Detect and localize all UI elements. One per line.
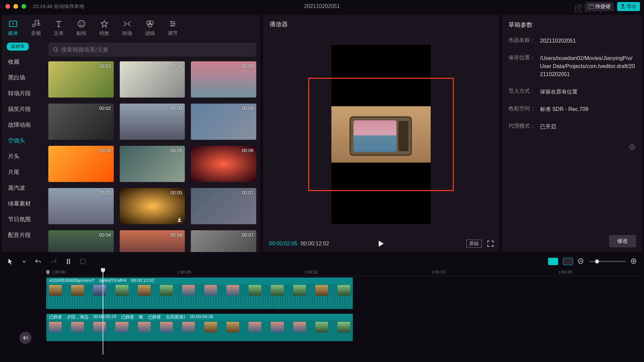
ruler-tick: | 00:00: [52, 269, 66, 275]
crop-tool-icon: [78, 257, 87, 266]
sidebar-item[interactable]: 蒸汽波: [4, 180, 42, 196]
split-tool-icon[interactable]: [64, 257, 72, 266]
library-sidebar: 素材库 收藏黑白场转场片段搞笑片段故障动画空镜头片头片尾蒸汽波绿幕素材节日氛围配…: [2, 40, 44, 252]
undo-icon[interactable]: [34, 257, 43, 266]
export-button[interactable]: 导出: [617, 2, 640, 11]
tab-adjust[interactable]: 调节: [164, 18, 181, 38]
zoom-slider[interactable]: [589, 261, 626, 262]
sidebar-item[interactable]: 片尾: [4, 164, 42, 180]
clip-frame: [204, 322, 217, 333]
library-thumbnail[interactable]: 00:02: [48, 104, 114, 140]
clip-frame: [93, 322, 106, 333]
library-thumbnail[interactable]: 00:04: [120, 230, 185, 252]
fullscreen-icon[interactable]: [487, 240, 494, 247]
media-icon: [8, 19, 18, 28]
library-thumbnail[interactable]: 00:06: [191, 104, 256, 140]
filter-icon: [145, 19, 155, 28]
preview-frame: [331, 106, 431, 163]
proxy-settings-icon[interactable]: [629, 144, 635, 150]
library-thumbnail[interactable]: 00:06: [191, 146, 256, 182]
redo-icon: [49, 257, 58, 266]
library-thumbnail[interactable]: 00:03: [48, 188, 114, 224]
library-thumbnail[interactable]: 00:05: [120, 146, 185, 182]
sidebar-item[interactable]: 转场片段: [4, 85, 42, 101]
search-icon: [53, 47, 58, 52]
playhead[interactable]: [103, 269, 103, 355]
time-ruler[interactable]: | 00:00| 00:05| 00:10| 00:15| 00:20: [46, 269, 641, 276]
sidebar-item[interactable]: 片头: [4, 148, 42, 164]
sidebar-item[interactable]: 黑白场: [4, 70, 42, 85]
sidebar-item[interactable]: 搞笑片段: [4, 101, 42, 117]
library-thumbnail[interactable]: 00:04: [48, 230, 114, 252]
sidebar-item[interactable]: 故障动画: [4, 117, 42, 133]
library-thumbnail[interactable]: 00:04: [120, 61, 185, 98]
library-thumbnail[interactable]: 00:05: [120, 188, 185, 224]
library-thumbnail[interactable]: 00:07: [191, 230, 256, 252]
video-clip-1[interactable]: v0200f530000bpnIsmI7pp9tof70.MP400:00:12…: [46, 278, 353, 309]
clip-duration: 00:07: [242, 232, 254, 238]
mute-track-button[interactable]: [19, 332, 32, 344]
clip-label: pp9tof70.MP4: [99, 278, 126, 284]
zoom-out-icon[interactable]: [578, 258, 584, 265]
clip-frame: [138, 285, 151, 296]
tab-fx[interactable]: 特效: [96, 18, 113, 38]
library-thumbnail[interactable]: 00:08: [48, 146, 114, 182]
aspect-ratio-button[interactable]: 原始: [466, 240, 482, 248]
search-input[interactable]: 搜索视频场景/元素: [48, 43, 256, 57]
autosave-status: 23:15:49 自动保存本地: [33, 3, 84, 10]
shortcuts-button[interactable]: 快捷键: [585, 2, 614, 11]
draft-value: 保留在原有位置: [540, 88, 578, 96]
clip-label: 银: [139, 314, 143, 320]
sidebar-item[interactable]: 节日氛围: [4, 212, 42, 227]
modify-button[interactable]: 修改: [609, 235, 636, 247]
tab-audio[interactable]: 音频: [28, 18, 44, 38]
library-thumbnail[interactable]: 00:05: [191, 61, 256, 98]
maximize-window-icon[interactable]: [21, 4, 26, 9]
window-controls: [5, 4, 26, 9]
clip-frame: [271, 285, 283, 296]
library-thumbnail[interactable]: 00:07: [191, 188, 256, 224]
play-button[interactable]: [378, 240, 384, 247]
clip-duration: 00:03: [99, 63, 111, 69]
svg-point-15: [171, 25, 173, 27]
sidebar-item[interactable]: 收藏: [4, 54, 42, 70]
minimize-window-icon[interactable]: [13, 4, 18, 9]
draft-row: 导入方式：保留在原有位置: [508, 88, 635, 96]
tab-media[interactable]: 媒体: [5, 18, 21, 38]
clip-duration: 00:07: [242, 190, 254, 195]
sidebar-item[interactable]: 配音片段: [4, 227, 42, 243]
svg-rect-2: [591, 5, 592, 6]
clip-duration: 00:06: [242, 148, 254, 153]
current-time: 00:00:02:05: [269, 241, 298, 247]
clip-frame: [204, 285, 217, 296]
sidebar-item[interactable]: 绿幕素材: [4, 196, 42, 212]
download-icon[interactable]: [177, 217, 182, 222]
tool-dropdown-icon[interactable]: [21, 258, 28, 265]
preview-stage[interactable]: [263, 34, 499, 235]
clip-frame: [293, 285, 306, 296]
svg-point-16: [54, 48, 57, 51]
clip-duration: 00:02: [99, 106, 111, 111]
tab-sticker[interactable]: 贴纸: [73, 18, 90, 38]
video-clip-2[interactable]: 已静音夕阳，海边00:00:05:29已静音银已静音古风雨滴100:00:04:…: [46, 314, 353, 341]
tab-filter[interactable]: 滤镜: [142, 18, 158, 38]
clip-frame: [271, 322, 283, 333]
sidebar-item[interactable]: 空镜头: [4, 133, 42, 148]
text-icon: [54, 19, 64, 28]
tab-transition[interactable]: 转场: [119, 18, 136, 38]
snap-toggle-icon[interactable]: [548, 258, 558, 265]
fx-icon: [99, 19, 109, 28]
library-thumbnail[interactable]: 00:03: [120, 104, 185, 140]
zoom-in-icon[interactable]: [631, 258, 637, 265]
timeline-tracks[interactable]: | 00:00| 00:05| 00:10| 00:15| 00:20 v020…: [46, 269, 641, 355]
library-thumbnail[interactable]: 00:03: [48, 61, 114, 98]
draft-value: 202110202051: [540, 37, 576, 45]
draft-title: 草稿参数: [508, 21, 635, 29]
tab-text[interactable]: 文本: [50, 18, 67, 38]
pointer-tool-icon[interactable]: [6, 257, 15, 266]
track-headers: [3, 269, 46, 355]
preview-toggle-icon[interactable]: [563, 258, 573, 265]
category-tabs: 媒体音频文本贴纸特效转场滤镜调节: [2, 15, 260, 40]
total-duration: 00:00:12:02: [301, 241, 329, 247]
close-window-icon[interactable]: [5, 4, 10, 9]
